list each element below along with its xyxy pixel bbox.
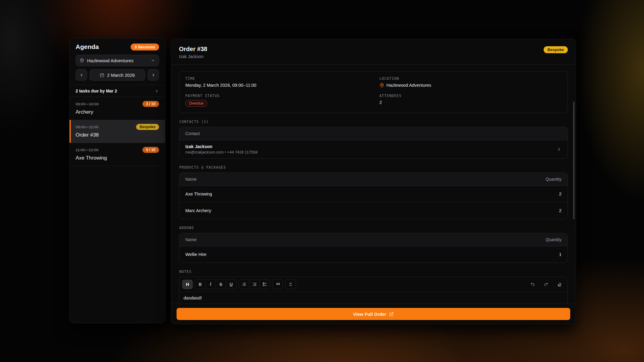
order-title: Order #38 (179, 46, 207, 53)
svg-text:2: 2 (252, 285, 253, 286)
contacts-section-label: CONTACTS (1) (179, 120, 568, 124)
blockquote-icon (275, 282, 280, 287)
bullet-list-button[interactable] (239, 280, 249, 289)
addons-table: Name Quantity Wellie Hire 1 (179, 233, 568, 263)
tasks-due-banner[interactable]: 2 tasks due by Mar 2 (70, 85, 165, 97)
time-value: Monday, 2 March 2026, 09:00–11:00 (185, 83, 367, 88)
date-picker-value: 2 March 2026 (107, 73, 135, 78)
location-selector-value: Hazlewood Adventures (87, 58, 148, 63)
order-info-card: TIME Monday, 2 March 2026, 09:00–11:00 L… (179, 71, 568, 113)
order-detail-panel: Order #38 Izak Jackson Bespoke TIME Mond… (171, 39, 576, 324)
overdue-status-badge: Overdue (185, 100, 207, 107)
session-item-order-38[interactable]: 09:00 - 11:00 Bespoke Order #38 (70, 120, 165, 143)
addon-quantity: 1 (559, 252, 561, 257)
contact-row-izak-jackson[interactable]: Izak Jackson me@izakjackson.com • +44 74… (179, 140, 568, 158)
product-quantity: 2 (559, 192, 561, 196)
strikethrough-button[interactable]: S (216, 280, 226, 289)
table-row: Axe Throwing 2 (179, 186, 568, 202)
attendees-field: ATTENDEES 2 (379, 94, 561, 107)
agenda-sidebar: Agenda 3 Sessions Hazlewood Adventures 2… (69, 38, 165, 323)
addons-col-quantity: Quantity (546, 237, 561, 242)
spacing-group (285, 280, 296, 289)
payment-status-label: PAYMENT STATUS (185, 94, 367, 98)
attendees-label: ATTENDEES (379, 94, 561, 98)
order-content: TIME Monday, 2 March 2026, 09:00–11:00 L… (171, 65, 576, 304)
notes-content[interactable]: dasdasd! (179, 292, 568, 304)
session-time: 11:00 - 12:00 (76, 148, 99, 152)
undo-button[interactable] (528, 280, 538, 289)
location-selector[interactable]: Hazlewood Adventures (76, 55, 159, 66)
contacts-card-header: Contact (179, 127, 568, 140)
session-time: 09:00 - 11:00 (76, 125, 99, 129)
text-style-group: B I S U (195, 280, 236, 289)
capacity-badge: 5 / 10 (142, 147, 159, 153)
date-picker-button[interactable]: 2 March 2026 (89, 69, 145, 81)
products-table: Name Quantity Axe Throwing 2 Marc Archer… (179, 173, 568, 219)
tasks-due-label: 2 tasks due by Mar 2 (76, 89, 117, 93)
addon-name: Wellie Hire (185, 252, 207, 257)
chevron-right-icon (557, 147, 561, 152)
sessions-count-badge: 3 Sessions (131, 44, 159, 50)
toolbar-history-group (528, 280, 564, 289)
date-navigation: 2 March 2026 (76, 69, 159, 81)
contact-meta: me@izakjackson.com • +44 7428 117558 (185, 150, 258, 154)
bold-button[interactable]: B (195, 280, 205, 289)
products-col-quantity: Quantity (546, 177, 561, 182)
quote-group (272, 280, 283, 289)
attendees-value: 2 (379, 100, 561, 105)
bullet-list-icon (242, 282, 246, 287)
session-item-archery[interactable]: 09:00 - 10:00 3 / 10 Archery (70, 97, 165, 120)
agenda-title: Agenda (76, 43, 99, 50)
order-customer: Izak Jackson (179, 54, 207, 59)
table-row: Wellie Hire 1 (179, 246, 568, 263)
session-title: Order #38 (76, 132, 159, 138)
blockquote-button[interactable] (272, 280, 283, 289)
view-full-order-button[interactable]: View Full Order (177, 308, 570, 320)
chevron-down-icon (151, 58, 155, 63)
contact-name: Izak Jackson (185, 144, 258, 149)
product-name: Marc Archery (185, 208, 211, 213)
calendar-icon (100, 73, 104, 77)
view-full-order-label: View Full Order (353, 312, 386, 317)
session-list: 09:00 - 10:00 3 / 10 Archery 09:00 - 11:… (70, 97, 165, 166)
heading-button[interactable]: H (182, 280, 193, 289)
list-group: 12 (239, 280, 270, 289)
undo-icon (530, 282, 535, 287)
line-spacing-button[interactable] (285, 280, 296, 289)
session-title: Archery (76, 109, 159, 115)
chevron-left-icon (79, 73, 84, 77)
task-list-icon (262, 282, 267, 287)
redo-button[interactable] (541, 280, 551, 289)
scrollbar-thumb[interactable] (573, 102, 574, 219)
prev-day-button[interactable] (76, 69, 87, 81)
order-footer: View Full Order (171, 304, 576, 324)
clear-formatting-button[interactable] (554, 280, 564, 289)
italic-button[interactable]: I (205, 280, 216, 289)
ordered-list-icon: 12 (252, 282, 257, 287)
session-title: Axe Throwing (76, 155, 159, 161)
chevron-right-icon (151, 73, 156, 77)
addons-col-name: Name (185, 237, 197, 242)
capacity-badge: 3 / 10 (142, 101, 159, 107)
products-col-name: Name (185, 177, 197, 182)
bespoke-badge: Bespoke (136, 124, 159, 130)
products-section-label: PRODUCTS & PACKAGES (179, 165, 568, 170)
map-pin-icon (379, 83, 384, 88)
chevron-right-icon (154, 89, 159, 93)
line-spacing-icon (288, 282, 293, 287)
order-bespoke-badge: Bespoke (544, 46, 568, 53)
session-item-axe-throwing[interactable]: 11:00 - 12:00 5 / 10 Axe Throwing (70, 143, 165, 166)
notes-editor: H B I S U 12 (179, 277, 568, 304)
product-quantity: 2 (559, 208, 561, 213)
notes-toolbar: H B I S U 12 (179, 277, 568, 292)
redo-icon (544, 282, 548, 287)
location-label: LOCATION (379, 76, 561, 81)
task-list-button[interactable] (259, 280, 270, 289)
location-field: LOCATION Hazlewood Adventures (379, 76, 561, 88)
ordered-list-button[interactable]: 12 (249, 280, 259, 289)
next-day-button[interactable] (148, 69, 159, 81)
time-field: TIME Monday, 2 March 2026, 09:00–11:00 (185, 76, 367, 88)
product-name: Axe Throwing (185, 192, 212, 196)
underline-button[interactable]: U (226, 280, 236, 289)
table-row: Marc Archery 2 (179, 202, 568, 219)
